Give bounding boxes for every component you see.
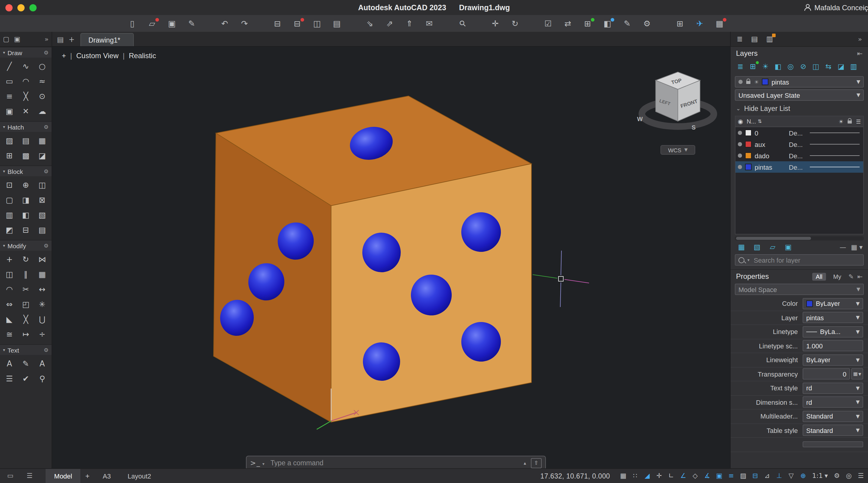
pattern-icon[interactable]: ▩ xyxy=(18,148,34,163)
layer-list-hscrollbar[interactable] xyxy=(735,236,864,240)
property-value-text-style[interactable]: rd▼ xyxy=(803,383,863,394)
fillet-icon[interactable]: ◠ xyxy=(1,282,18,297)
paper-model-icon[interactable]: ▭ xyxy=(7,472,13,480)
justify-text-icon[interactable]: ☰ xyxy=(1,371,18,386)
layer-states-icon[interactable]: ▦ xyxy=(736,242,747,252)
minimize-window-button[interactable] xyxy=(18,4,25,11)
pan-icon[interactable]: ✛ xyxy=(489,17,501,30)
lengthen-icon[interactable]: ↦ xyxy=(18,327,34,342)
polar-tracking-icon[interactable]: ∠ xyxy=(678,471,688,481)
snap-mode-icon[interactable]: ∷ xyxy=(630,471,640,481)
align-icon[interactable]: ≅ xyxy=(1,327,18,342)
selection-scope-dropdown[interactable]: Model Space ▼ xyxy=(735,284,864,295)
new-layer-icon[interactable]: ⊞ xyxy=(747,61,758,72)
print-icon[interactable]: ⊟ xyxy=(271,17,284,30)
isolate-objects-icon[interactable]: ◎ xyxy=(844,471,854,481)
layer-settings-icon[interactable]: ▥ xyxy=(848,61,859,72)
property-value-table-style[interactable]: Standard▼ xyxy=(803,425,863,436)
line-icon[interactable]: ╱ xyxy=(1,59,18,74)
layout-tab-a3[interactable]: A3 xyxy=(94,469,119,483)
quick-select-icon[interactable]: ✎ xyxy=(848,273,854,280)
command-expand-icon[interactable]: ▴ xyxy=(524,460,526,465)
autotrack-icon[interactable]: ∡ xyxy=(703,471,712,481)
stretch-icon[interactable]: ⇔ xyxy=(1,297,18,312)
command-history-caret-icon[interactable]: ▾ xyxy=(262,461,265,466)
dynamic-ucs-icon[interactable]: ⊥ xyxy=(774,471,784,481)
command-input[interactable] xyxy=(269,459,524,467)
infer-constraints-icon[interactable]: ◢ xyxy=(643,471,652,481)
command-line[interactable]: >_ ▾ ▴ ⇧ xyxy=(246,456,546,469)
new-layer-icon[interactable]: ⊞ xyxy=(581,17,594,30)
layer-color-swatch[interactable] xyxy=(745,164,752,170)
section-header-block[interactable]: ▾Block⚙ xyxy=(0,165,52,176)
gear-icon[interactable]: ⚙ xyxy=(44,243,49,249)
insert-block-icon[interactable]: ⊡ xyxy=(1,178,18,192)
search-input[interactable] xyxy=(752,256,860,264)
marquee-select-icon[interactable]: ▢ xyxy=(3,35,9,43)
circle-icon[interactable]: ○ xyxy=(34,59,51,74)
construction-line-icon[interactable]: ╳ xyxy=(18,89,34,104)
copy-icon[interactable]: ◫ xyxy=(1,267,18,282)
text-style-icon[interactable]: A xyxy=(34,356,51,371)
3d-osnap-icon[interactable]: ⊿ xyxy=(763,471,772,481)
dynamic-input-icon[interactable]: ✛ xyxy=(654,471,664,481)
attach-xref-icon[interactable]: ◨ xyxy=(18,192,34,207)
etransmit-icon[interactable]: ✉ xyxy=(423,17,435,30)
find-text-icon[interactable]: ⚲ xyxy=(34,371,51,386)
tool-palettes-icon[interactable]: ⊞ xyxy=(674,17,686,30)
customization-icon[interactable]: ☰ xyxy=(856,471,866,481)
list-view-icon[interactable]: ▦ ▾ xyxy=(851,243,863,251)
save-layer-state-icon[interactable]: ▣ xyxy=(783,242,794,252)
layer-color-swatch[interactable] xyxy=(745,152,752,159)
open-file-icon[interactable]: ▱ xyxy=(146,17,158,30)
sync-attributes-icon[interactable]: ◧ xyxy=(18,207,34,222)
share-icon[interactable]: ✈ xyxy=(693,17,706,30)
ellipse-icon[interactable]: ⊙ xyxy=(34,89,51,104)
multiline-icon[interactable]: ≡ xyxy=(1,89,18,104)
arc-icon[interactable]: ◠ xyxy=(18,74,34,89)
orbit-icon[interactable]: ↻ xyxy=(509,17,521,30)
write-block-icon[interactable]: ▢ xyxy=(1,192,18,207)
viewport-menu-control[interactable]: + xyxy=(62,52,66,60)
layer-filter-icon[interactable]: ≣ xyxy=(735,61,746,72)
palette-overflow-icon[interactable]: » xyxy=(45,35,49,43)
explode-icon[interactable]: ✳ xyxy=(34,297,51,312)
gizmo-icon[interactable]: ⊕ xyxy=(798,471,808,481)
rotate-icon[interactable]: ↻ xyxy=(18,252,34,267)
export-icon[interactable]: ⇗ xyxy=(383,17,396,30)
tool-palettes-tab-icon[interactable]: ▥ xyxy=(766,35,773,43)
hide-layer-list-toggle[interactable]: ⌄ Hide Layer List xyxy=(731,102,868,115)
polyline-icon[interactable]: ∿ xyxy=(18,59,34,74)
property-value-stub[interactable] xyxy=(803,442,863,448)
selection-cycling-icon[interactable]: ⊟ xyxy=(750,471,760,481)
new-property-filter-icon[interactable]: ▧ xyxy=(752,242,763,252)
properties-palette-tab-icon[interactable]: ▤ xyxy=(751,35,758,43)
freeze-column-icon[interactable]: ☀ xyxy=(839,119,843,124)
break-icon[interactable]: ╳ xyxy=(18,312,34,327)
viewport[interactable]: + | Custom View | Realistic W S TOP xyxy=(52,47,730,469)
layer-state-dropdown[interactable]: Unsaved Layer State ▼ xyxy=(735,89,864,101)
point-icon[interactable]: ✕ xyxy=(18,104,34,119)
redo-icon[interactable]: ↷ xyxy=(238,17,251,30)
gear-icon[interactable]: ⚙ xyxy=(44,124,49,130)
drawing-canvas[interactable] xyxy=(52,47,730,469)
clip-xref-icon[interactable]: ⊠ xyxy=(34,192,51,207)
current-layer-dropdown[interactable]: ☀ pintas ▼ xyxy=(735,76,864,88)
drawing-tab[interactable]: Drawing1* xyxy=(81,33,134,46)
mirror-icon[interactable]: ⋈ xyxy=(34,252,51,267)
move-icon[interactable]: + xyxy=(1,252,18,267)
status-menu-icon[interactable]: ☰ xyxy=(27,472,33,480)
layers-palette-tab-icon[interactable]: ≣ xyxy=(737,35,743,43)
offset-icon[interactable]: ∥ xyxy=(18,267,34,282)
eye-icon[interactable]: ◉ xyxy=(738,118,743,125)
annotation-scale-control[interactable]: 1:1▼ xyxy=(810,472,830,480)
gear-icon[interactable]: ⚙ xyxy=(44,168,49,174)
undo-icon[interactable]: ↶ xyxy=(218,17,231,30)
layer-row-dado[interactable]: dadoDe... xyxy=(736,150,863,161)
plot-preview-icon[interactable]: ◫ xyxy=(311,17,323,30)
layer-row-0[interactable]: 0De... xyxy=(736,127,863,138)
count-icon[interactable]: ▤ xyxy=(34,222,51,237)
transparency-grid-button[interactable]: ▦▼ xyxy=(851,368,863,380)
hatch-icon[interactable]: ▨ xyxy=(1,133,18,148)
settings-icon[interactable]: ⚙ xyxy=(641,17,653,30)
